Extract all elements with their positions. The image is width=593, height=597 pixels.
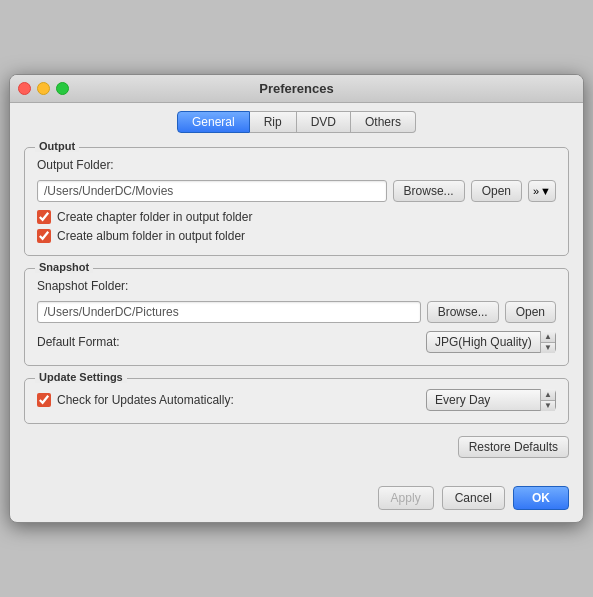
close-button[interactable] xyxy=(18,82,31,95)
minimize-button[interactable] xyxy=(37,82,50,95)
traffic-lights xyxy=(18,82,69,95)
tab-general[interactable]: General xyxy=(177,111,250,133)
cancel-button[interactable]: Cancel xyxy=(442,486,505,510)
update-frequency-stepper-up[interactable]: ▲ xyxy=(541,389,555,401)
output-folder-input[interactable] xyxy=(37,180,387,202)
snapshot-folder-label: Snapshot Folder: xyxy=(37,279,128,293)
snapshot-folder-label-row: Snapshot Folder: xyxy=(37,279,556,293)
album-folder-label: Create album folder in output folder xyxy=(57,229,245,243)
preferences-window: Preferences General Rip DVD Others Outpu… xyxy=(9,74,584,523)
auto-update-label: Check for Updates Automatically: xyxy=(57,393,234,407)
restore-defaults-row: Restore Defaults xyxy=(24,436,569,466)
update-group: Update Settings Check for Updates Automa… xyxy=(24,378,569,424)
output-forward-button[interactable]: » ▼ xyxy=(528,180,556,202)
dropdown-icon: ▼ xyxy=(540,185,551,197)
format-stepper-up[interactable]: ▲ xyxy=(541,331,555,343)
chapter-folder-checkbox[interactable] xyxy=(37,210,51,224)
snapshot-group: Snapshot Snapshot Folder: Browse... Open… xyxy=(24,268,569,366)
format-value: JPG(High Quality) xyxy=(427,335,540,349)
output-folder-row: Browse... Open » ▼ xyxy=(37,180,556,202)
chapter-folder-row: Create chapter folder in output folder xyxy=(37,210,556,224)
format-label: Default Format: xyxy=(37,335,120,349)
restore-defaults-button[interactable]: Restore Defaults xyxy=(458,436,569,458)
format-row: Default Format: JPG(High Quality) ▲ ▼ xyxy=(37,331,556,353)
titlebar: Preferences xyxy=(10,75,583,103)
tab-others[interactable]: Others xyxy=(351,111,416,133)
format-stepper-btns: ▲ ▼ xyxy=(540,331,555,353)
snapshot-folder-input[interactable] xyxy=(37,301,421,323)
album-folder-row: Create album folder in output folder xyxy=(37,229,556,243)
output-folder-label: Output Folder: xyxy=(37,158,114,172)
format-stepper: JPG(High Quality) ▲ ▼ xyxy=(426,331,556,353)
tab-bar: General Rip DVD Others xyxy=(10,103,583,139)
output-group: Output Output Folder: Browse... Open » ▼… xyxy=(24,147,569,256)
maximize-button[interactable] xyxy=(56,82,69,95)
update-frequency-value: Every Day xyxy=(427,393,540,407)
snapshot-group-label: Snapshot xyxy=(35,261,93,273)
format-stepper-down[interactable]: ▼ xyxy=(541,343,555,354)
update-group-label: Update Settings xyxy=(35,371,127,383)
output-browse-button[interactable]: Browse... xyxy=(393,180,465,202)
update-frequency-stepper: Every Day ▲ ▼ xyxy=(426,389,556,411)
snapshot-browse-button[interactable]: Browse... xyxy=(427,301,499,323)
output-open-button[interactable]: Open xyxy=(471,180,522,202)
update-frequency-stepper-down[interactable]: ▼ xyxy=(541,401,555,412)
snapshot-open-button[interactable]: Open xyxy=(505,301,556,323)
update-frequency-stepper-btns: ▲ ▼ xyxy=(540,389,555,411)
tab-rip[interactable]: Rip xyxy=(250,111,297,133)
output-folder-label-row: Output Folder: xyxy=(37,158,556,172)
apply-button[interactable]: Apply xyxy=(378,486,434,510)
chapter-folder-label: Create chapter folder in output folder xyxy=(57,210,252,224)
ok-button[interactable]: OK xyxy=(513,486,569,510)
main-content: Output Output Folder: Browse... Open » ▼… xyxy=(10,139,583,478)
album-folder-checkbox[interactable] xyxy=(37,229,51,243)
window-title: Preferences xyxy=(259,81,333,96)
footer: Apply Cancel OK xyxy=(10,478,583,522)
auto-update-checkbox[interactable] xyxy=(37,393,51,407)
tab-dvd[interactable]: DVD xyxy=(297,111,351,133)
update-row: Check for Updates Automatically: Every D… xyxy=(37,389,556,411)
snapshot-folder-row: Browse... Open xyxy=(37,301,556,323)
forward-icon: » xyxy=(533,185,539,197)
output-group-label: Output xyxy=(35,140,79,152)
